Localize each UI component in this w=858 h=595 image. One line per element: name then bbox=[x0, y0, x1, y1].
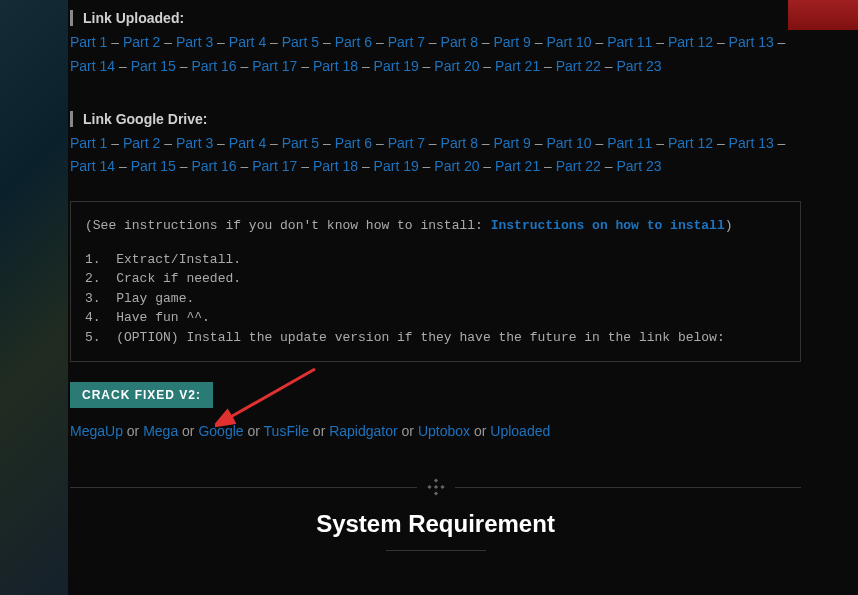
crack-link[interactable]: Uploaded bbox=[490, 423, 550, 439]
part-link[interactable]: Part 7 bbox=[388, 135, 425, 151]
crack-link[interactable]: Uptobox bbox=[418, 423, 470, 439]
separator: – bbox=[479, 158, 495, 174]
part-link[interactable]: Part 10 bbox=[546, 135, 591, 151]
separator: – bbox=[358, 58, 374, 74]
part-link[interactable]: Part 9 bbox=[494, 34, 531, 50]
part-link[interactable]: Part 23 bbox=[616, 158, 661, 174]
separator: – bbox=[266, 34, 282, 50]
part-link[interactable]: Part 20 bbox=[434, 158, 479, 174]
or-separator: or bbox=[398, 423, 418, 439]
part-link[interactable]: Part 19 bbox=[374, 158, 419, 174]
instructions-steps: Extract/Install. Crack if needed. Play g… bbox=[85, 250, 786, 348]
part-link[interactable]: Part 1 bbox=[70, 135, 107, 151]
separator: – bbox=[652, 34, 668, 50]
crack-link[interactable]: TusFile bbox=[264, 423, 309, 439]
separator: – bbox=[601, 58, 617, 74]
part-link[interactable]: Part 15 bbox=[131, 158, 176, 174]
crack-link[interactable]: Google bbox=[198, 423, 243, 439]
svg-rect-2 bbox=[433, 485, 437, 489]
part-link[interactable]: Part 4 bbox=[229, 34, 266, 50]
separator: – bbox=[237, 158, 253, 174]
separator: – bbox=[160, 135, 176, 151]
part-link[interactable]: Part 7 bbox=[388, 34, 425, 50]
separator: – bbox=[479, 58, 495, 74]
part-link[interactable]: Part 11 bbox=[607, 34, 652, 50]
part-link[interactable]: Part 20 bbox=[434, 58, 479, 74]
part-link[interactable]: Part 17 bbox=[252, 58, 297, 74]
separator: – bbox=[774, 135, 786, 151]
part-link[interactable]: Part 9 bbox=[494, 135, 531, 151]
separator: – bbox=[419, 158, 435, 174]
part-link[interactable]: Part 14 bbox=[70, 58, 115, 74]
crack-link[interactable]: MegaUp bbox=[70, 423, 123, 439]
part-link[interactable]: Part 15 bbox=[131, 58, 176, 74]
part-link[interactable]: Part 4 bbox=[229, 135, 266, 151]
part-link[interactable]: Part 22 bbox=[556, 58, 601, 74]
separator: – bbox=[601, 158, 617, 174]
separator: – bbox=[540, 158, 556, 174]
part-link[interactable]: Part 3 bbox=[176, 135, 213, 151]
section-underline bbox=[386, 550, 486, 551]
part-link[interactable]: Part 19 bbox=[374, 58, 419, 74]
part-link[interactable]: Part 14 bbox=[70, 158, 115, 174]
separator: – bbox=[713, 135, 729, 151]
part-link[interactable]: Part 10 bbox=[546, 34, 591, 50]
step-5: (OPTION) Install the update version if t… bbox=[85, 328, 786, 348]
step-1: Extract/Install. bbox=[85, 250, 786, 270]
part-link[interactable]: Part 13 bbox=[729, 135, 774, 151]
part-link[interactable]: Part 12 bbox=[668, 34, 713, 50]
or-separator: or bbox=[244, 423, 264, 439]
part-link[interactable]: Part 6 bbox=[335, 34, 372, 50]
crack-link[interactable]: Rapidgator bbox=[329, 423, 398, 439]
instructions-box: (See instructions if you don't know how … bbox=[70, 201, 801, 362]
link-section-gdrive: Link Google Drive: Part 1 – Part 2 – Par… bbox=[70, 101, 801, 202]
part-link[interactable]: Part 12 bbox=[668, 135, 713, 151]
separator: – bbox=[319, 34, 335, 50]
crack-link[interactable]: Mega bbox=[143, 423, 178, 439]
part-link[interactable]: Part 22 bbox=[556, 158, 601, 174]
content-area: Link Uploaded: Part 1 – Part 2 – Part 3 … bbox=[70, 0, 815, 551]
separator: – bbox=[107, 34, 123, 50]
part-link[interactable]: Part 8 bbox=[441, 135, 478, 151]
separator: – bbox=[540, 58, 556, 74]
background-left-image bbox=[0, 0, 68, 595]
separator: – bbox=[266, 135, 282, 151]
part-link[interactable]: Part 2 bbox=[123, 34, 160, 50]
system-requirement-title: System Requirement bbox=[70, 510, 801, 538]
part-link[interactable]: Part 3 bbox=[176, 34, 213, 50]
part-link[interactable]: Part 6 bbox=[335, 135, 372, 151]
separator: – bbox=[774, 34, 786, 50]
separator: – bbox=[176, 158, 192, 174]
part-link[interactable]: Part 1 bbox=[70, 34, 107, 50]
separator: – bbox=[107, 135, 123, 151]
separator: – bbox=[531, 135, 547, 151]
separator: – bbox=[297, 158, 313, 174]
part-link[interactable]: Part 17 bbox=[252, 158, 297, 174]
part-link[interactable]: Part 21 bbox=[495, 58, 540, 74]
part-link[interactable]: Part 5 bbox=[282, 135, 319, 151]
part-link[interactable]: Part 18 bbox=[313, 158, 358, 174]
part-link[interactable]: Part 13 bbox=[729, 34, 774, 50]
svg-rect-0 bbox=[433, 478, 437, 482]
instructions-link[interactable]: Instructions on how to install bbox=[491, 218, 725, 233]
svg-rect-1 bbox=[427, 485, 431, 489]
svg-rect-4 bbox=[433, 491, 437, 495]
separator: – bbox=[592, 34, 608, 50]
part-link[interactable]: Part 2 bbox=[123, 135, 160, 151]
divider-diamond-icon bbox=[417, 478, 455, 496]
part-link[interactable]: Part 11 bbox=[607, 135, 652, 151]
separator: – bbox=[372, 34, 388, 50]
separator: – bbox=[213, 135, 229, 151]
part-link[interactable]: Part 18 bbox=[313, 58, 358, 74]
separator: – bbox=[425, 135, 441, 151]
part-link[interactable]: Part 21 bbox=[495, 158, 540, 174]
part-link[interactable]: Part 16 bbox=[191, 58, 236, 74]
part-link[interactable]: Part 8 bbox=[441, 34, 478, 50]
part-link[interactable]: Part 5 bbox=[282, 34, 319, 50]
svg-rect-3 bbox=[440, 485, 444, 489]
step-2: Crack if needed. bbox=[85, 269, 786, 289]
link-header-uploaded: Link Uploaded: bbox=[70, 10, 801, 26]
part-link[interactable]: Part 16 bbox=[191, 158, 236, 174]
part-link[interactable]: Part 23 bbox=[616, 58, 661, 74]
separator: – bbox=[425, 34, 441, 50]
